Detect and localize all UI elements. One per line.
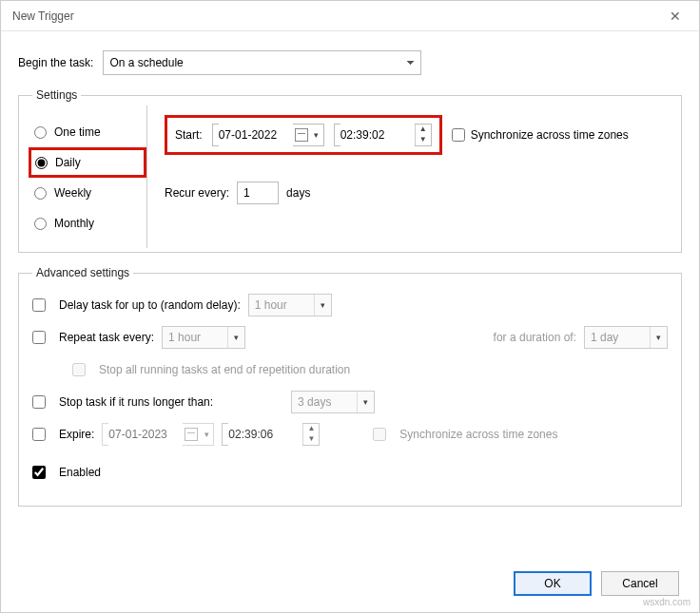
- start-time-picker[interactable]: ▲▼: [334, 124, 432, 146]
- radio-monthly[interactable]: [34, 218, 47, 230]
- begin-task-select[interactable]: On a schedule: [103, 50, 421, 75]
- stopif-combo[interactable]: 3 days ▾: [291, 391, 375, 413]
- stopif-checkbox[interactable]: [32, 395, 46, 409]
- expire-checkbox[interactable]: [32, 428, 46, 441]
- titlebar: New Trigger ✕: [1, 1, 699, 31]
- repeat-duration-combo[interactable]: 1 day ▾: [584, 326, 668, 349]
- ok-button[interactable]: OK: [514, 571, 592, 596]
- enabled-checkbox[interactable]: [32, 466, 46, 479]
- watermark: wsxdn.com: [643, 597, 690, 607]
- start-label: Start:: [175, 128, 203, 142]
- recur-label: Recur every:: [165, 186, 229, 200]
- time-spinner[interactable]: ▲▼: [302, 424, 319, 445]
- close-icon[interactable]: ✕: [661, 9, 690, 24]
- expire-sync-label: Synchronize across time zones: [399, 428, 557, 441]
- dialog-footer: OK Cancel: [514, 571, 679, 596]
- repeat-label: Repeat task every:: [59, 331, 154, 344]
- expire-label: Expire:: [59, 428, 94, 441]
- sync-timezones-checkbox[interactable]: [452, 128, 465, 142]
- expire-date-picker[interactable]: ▾: [102, 423, 214, 446]
- enabled-label: Enabled: [59, 466, 101, 479]
- begin-task-row: Begin the task: On a schedule: [18, 50, 682, 75]
- radio-one-time[interactable]: [34, 126, 47, 139]
- calendar-icon: [185, 428, 198, 441]
- radio-weekly-label: Weekly: [54, 186, 91, 200]
- repeat-interval-combo[interactable]: 1 hour ▾: [162, 326, 245, 349]
- stopall-label: Stop all running tasks at end of repetit…: [99, 363, 350, 376]
- start-highlight: Start: ▾ ▲▼: [165, 115, 442, 155]
- start-date-input[interactable]: [219, 124, 293, 146]
- delay-label: Delay task for up to (random delay):: [59, 298, 241, 312]
- delay-combo[interactable]: 1 hour ▾: [248, 294, 332, 316]
- expire-sync-checkbox: [373, 428, 386, 441]
- advanced-group: Advanced settings Delay task for up to (…: [18, 266, 682, 507]
- begin-task-label: Begin the task:: [18, 56, 93, 69]
- expire-time-input[interactable]: [228, 423, 302, 446]
- frequency-radios: One time Daily Weekly Monthly: [32, 111, 146, 239]
- sync-timezones-label: Synchronize across time zones: [471, 128, 629, 142]
- expire-time-picker[interactable]: ▲▼: [222, 423, 320, 446]
- stopall-checkbox: [72, 363, 86, 376]
- divider: [146, 105, 147, 248]
- time-spinner[interactable]: ▲▼: [415, 125, 431, 145]
- settings-group: Settings One time Daily Weekly Monthly: [18, 88, 682, 253]
- start-date-picker[interactable]: ▾: [212, 124, 324, 146]
- calendar-icon: [295, 128, 308, 142]
- radio-daily[interactable]: [35, 157, 48, 169]
- repeat-checkbox[interactable]: [32, 331, 46, 344]
- radio-monthly-label: Monthly: [54, 217, 94, 230]
- recur-value-input[interactable]: [237, 182, 279, 204]
- stopif-label: Stop task if it runs longer than:: [59, 395, 213, 409]
- repeat-duration-label: for a duration of:: [494, 331, 576, 344]
- advanced-legend: Advanced settings: [32, 266, 133, 279]
- chevron-down-icon: ▾: [200, 430, 213, 439]
- radio-daily-label: Daily: [55, 156, 81, 169]
- chevron-down-icon: ▾: [227, 327, 244, 348]
- window-title: New Trigger: [12, 10, 74, 23]
- expire-date-input[interactable]: [108, 423, 183, 446]
- delay-checkbox[interactable]: [32, 298, 46, 312]
- cancel-button[interactable]: Cancel: [601, 571, 679, 596]
- dialog-body: Begin the task: On a schedule Settings O…: [1, 31, 699, 529]
- settings-legend: Settings: [32, 88, 81, 102]
- chevron-down-icon: ▾: [650, 327, 667, 348]
- start-time-input[interactable]: [340, 124, 415, 146]
- radio-one-time-label: One time: [54, 125, 101, 139]
- recur-unit-label: days: [286, 186, 310, 200]
- radio-weekly[interactable]: [34, 187, 47, 200]
- chevron-down-icon: ▾: [357, 392, 374, 412]
- chevron-down-icon[interactable]: ▾: [310, 130, 323, 140]
- chevron-down-icon: ▾: [314, 295, 331, 316]
